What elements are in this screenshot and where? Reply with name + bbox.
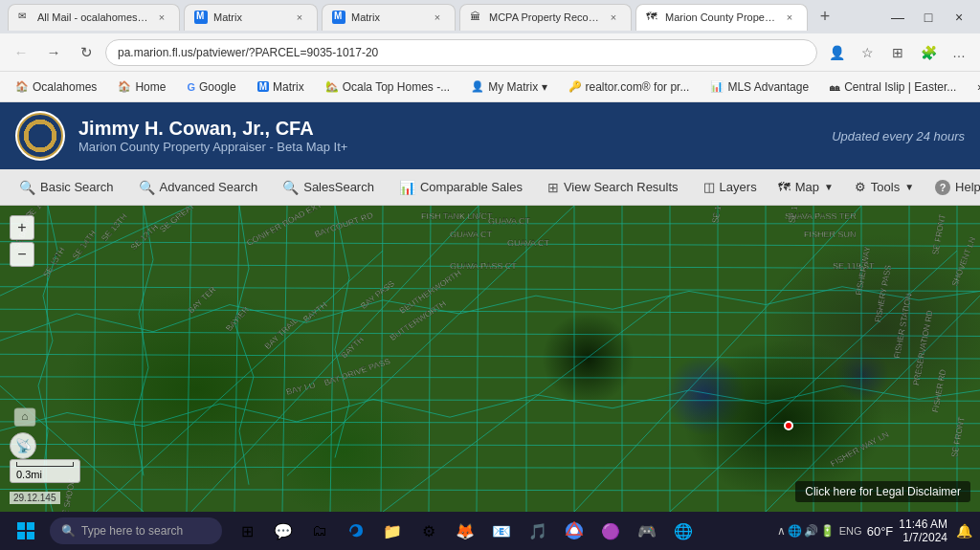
reload-button[interactable]: ↻ <box>73 39 100 66</box>
tab-5[interactable]: 🗺 Marion County Property Ap... × <box>635 4 808 31</box>
map-icon: 🗺 <box>778 180 791 194</box>
bookmark-mls[interactable]: 📊 MLS Advantage <box>702 78 816 96</box>
location-marker <box>784 421 793 430</box>
network-icon[interactable]: 🌐 <box>788 524 802 538</box>
sales-search-button[interactable]: 🔍 SalesSearch <box>271 175 386 200</box>
tab-5-title: Marion County Property Ap... <box>665 11 776 23</box>
svg-line-22 <box>477 206 479 512</box>
bookmark-home[interactable]: 🏠 Home <box>110 78 173 96</box>
url-bar[interactable]: pa.marion.fl.us/patviewer/?PARCEL=9035-1… <box>105 39 817 66</box>
bookmark-central-islip[interactable]: 🏘 Central Islip | Easter... <box>822 78 964 96</box>
svg-line-18 <box>282 206 287 512</box>
view-search-results-button[interactable]: ⊞ View Search Results <box>536 175 690 200</box>
tab-4-close[interactable]: × <box>606 10 621 25</box>
tab-4[interactable]: 🏛 MCPA Property Record Card × <box>459 4 632 31</box>
help-button[interactable]: ? Help ▼ <box>925 175 980 200</box>
bookmark-ocalahomes[interactable]: 🏠 Ocalahomes <box>8 78 104 96</box>
svg-text:BAYCOURT RD: BAYCOURT RD <box>313 210 374 239</box>
bookmark-my-matrix[interactable]: 👤 My Matrix ▾ <box>463 78 554 96</box>
taskbar-app-purple[interactable]: 🟣 <box>593 514 628 548</box>
clock[interactable]: 11:46 AM 1/7/2024 <box>899 517 947 544</box>
svg-line-9 <box>0 422 980 424</box>
zoom-in-button[interactable]: + <box>10 215 34 240</box>
maximize-button[interactable]: □ <box>915 4 942 31</box>
date-display: 1/7/2024 <box>899 531 947 544</box>
tab-1-close[interactable]: × <box>154 10 169 25</box>
close-button[interactable]: × <box>946 4 972 31</box>
bookmark-matrix[interactable]: M Matrix <box>250 78 312 96</box>
taskbar-app-mail[interactable]: 📧 <box>484 514 519 548</box>
svg-rect-88 <box>27 532 34 539</box>
advanced-search-button[interactable]: 🔍 Advanced Search <box>127 175 270 200</box>
forward-button[interactable]: → <box>40 39 67 66</box>
profile-icon[interactable]: 👤 <box>823 39 850 66</box>
extensions-icon[interactable]: 🧩 <box>915 39 942 66</box>
map-button[interactable]: 🗺 Map ▼ <box>768 175 843 199</box>
svg-text:SE 12TH: SE 12TH <box>128 222 160 252</box>
bookmark-realtor-label: realtor.com® for pr... <box>586 80 690 94</box>
svg-text:⌂: ⌂ <box>21 409 28 422</box>
tab-5-favicon: 🗺 <box>646 11 659 24</box>
bookmark-realtor[interactable]: 🔑 realtor.com® for pr... <box>561 78 698 96</box>
tab-3-close[interactable]: × <box>430 10 445 25</box>
volume-icon[interactable]: 🔊 <box>804 524 818 538</box>
basic-search-button[interactable]: 🔍 Basic Search <box>8 175 125 200</box>
svg-text:BAYTH: BAYTH <box>301 300 329 324</box>
chrome-icon <box>565 521 584 540</box>
taskbar-search-box[interactable]: 🔍 Type here to search <box>50 517 222 544</box>
tab-3[interactable]: M Matrix × <box>322 4 456 31</box>
taskbar-app-taskview[interactable]: 🗂 <box>302 514 337 548</box>
taskbar-app-widgets[interactable]: ⊞ <box>230 514 264 548</box>
settings-icon[interactable]: … <box>946 39 972 66</box>
gps-button[interactable]: 📡 <box>10 432 36 459</box>
app-area: Jimmy H. Cowan, Jr., CFA Marion County P… <box>0 102 980 512</box>
taskbar-app-explorer[interactable]: 📁 <box>375 514 410 548</box>
notification-button[interactable]: 🔔 <box>953 520 974 541</box>
bookmark-google[interactable]: G Google <box>179 78 243 96</box>
bookmark-ocala-top[interactable]: 🏡 Ocala Top Homes -... <box>318 78 458 96</box>
taskbar-app-settings[interactable]: ⚙ <box>412 514 446 548</box>
tab-1[interactable]: ✉ All Mail - ocalahomes4you... × <box>8 4 180 31</box>
collections-icon[interactable]: ⊞ <box>884 39 911 66</box>
taskbar-app-firefox[interactable]: 🦊 <box>448 514 482 548</box>
taskbar-app-chat[interactable]: 💬 <box>266 514 301 548</box>
tab-2[interactable]: M Matrix × <box>184 4 318 31</box>
layers-button[interactable]: ◫ Layers <box>694 175 767 199</box>
back-button[interactable]: ← <box>8 39 34 66</box>
search-icon: 🔍 <box>61 524 76 538</box>
svg-line-8 <box>0 399 980 401</box>
map-area[interactable]: SE 17TH PL SE BEYER SE 15TH SE 14TH SE 1… <box>0 206 980 512</box>
tab-2-close[interactable]: × <box>292 10 307 25</box>
svg-text:FISH TANK LN/CT: FISH TANK LN/CT <box>421 211 493 221</box>
taskbar-app-edge[interactable] <box>339 514 373 548</box>
taskbar-app-media[interactable]: 🎵 <box>521 514 555 548</box>
svg-rect-85 <box>17 522 25 530</box>
edge-icon <box>346 521 366 540</box>
start-button[interactable] <box>6 516 46 546</box>
tab-1-favicon: ✉ <box>18 11 32 24</box>
basic-search-icon: 🔍 <box>19 180 35 195</box>
layers-label: Layers <box>720 180 757 194</box>
new-tab-button[interactable]: + <box>812 4 838 31</box>
tab-5-close[interactable]: × <box>782 10 797 25</box>
svg-line-17 <box>234 206 239 512</box>
svg-text:SE 101 ST: SE 101 ST <box>710 206 727 224</box>
tools-button[interactable]: ⚙ Tools ▼ <box>845 175 924 199</box>
zoom-out-button[interactable]: − <box>10 242 34 267</box>
minimize-button[interactable]: — <box>884 4 911 31</box>
battery-icon[interactable]: 🔋 <box>820 524 835 538</box>
svg-text:BAYTH: BAYTH <box>339 335 366 360</box>
ocalahomes-icon: 🏠 <box>15 80 29 93</box>
comparable-sales-button[interactable]: 📊 Comparable Sales <box>388 175 534 200</box>
taskbar-app-blue[interactable] <box>557 514 591 548</box>
svg-text:FISHER SUN: FISHER SUN <box>804 230 856 239</box>
legal-disclaimer-button[interactable]: Click here for Legal Disclaimer <box>795 481 970 502</box>
taskbar-app-browser2[interactable]: 🌐 <box>666 514 701 548</box>
bookmark-more[interactable]: » <box>969 78 980 96</box>
appraiser-name: Jimmy H. Cowan, Jr., CFA <box>78 118 347 140</box>
bookmark-mls-label: MLS Advantage <box>727 80 809 94</box>
comparable-sales-icon: 📊 <box>399 180 415 195</box>
favorites-icon[interactable]: ☆ <box>854 39 880 66</box>
up-arrow-icon[interactable]: ∧ <box>777 524 786 538</box>
taskbar-app-game[interactable]: 🎮 <box>630 514 664 548</box>
